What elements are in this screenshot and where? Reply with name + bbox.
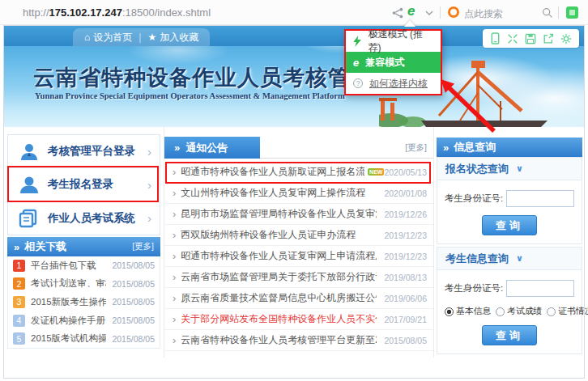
chevron-right-icon: › <box>147 211 151 225</box>
green-app-icon[interactable] <box>566 6 578 19</box>
notice-link[interactable]: 昭通市特种设备作业人员新取证网上报名流程 <box>181 165 364 179</box>
download-date: 2015/08/05 <box>112 334 155 344</box>
browser-mode-dropdown: 极速模式 (推荐) e 兼容模式 ? 如何选择内核 <box>344 29 442 95</box>
settings-icon[interactable] <box>560 33 572 44</box>
download-date: 2015/08/05 <box>112 260 155 270</box>
notice-row[interactable]: ›云南省特种设备作业人员考核管理平台更新至20...2015/08/05 <box>164 330 433 351</box>
set-home-link[interactable]: ⌂设为首页 <box>84 31 132 44</box>
ie-e-icon: e <box>353 57 359 69</box>
registration-status-toggle[interactable]: 报名状态查询 ∨ <box>437 158 582 180</box>
notice-date: 2020/01/08 <box>384 188 427 198</box>
notice-link[interactable]: 云南省特种设备作业人员考核管理平台更新至20... <box>181 333 377 347</box>
menu-item-kernel-help[interactable]: ? 如何选择内核 <box>346 73 441 94</box>
question-icon: ? <box>353 78 363 88</box>
download-item[interactable]: 52015版考试机构操...2015/08/05 <box>8 329 160 348</box>
info-type-radios: 基本信息 考试成绩 证书情况 <box>445 306 574 317</box>
notice-link[interactable]: 西双版纳州特种设备作业人员证申办流程 <box>181 228 356 242</box>
notice-link[interactable]: 关于部分网站发布全国特种设备作业人员不实信息... <box>181 312 377 326</box>
add-favorite-link[interactable]: ★加入收藏 <box>147 31 198 44</box>
webpage: ⌂设为首页 | ★加入收藏 云南省特种设备作业人员考核管理平台 Yunnan P… <box>3 25 585 379</box>
download-link[interactable]: 2015版考试机构操... <box>31 332 106 345</box>
downloads-list: 1平台插件包下载2015/08/05 2考试计划送审、审核 ...2015/08… <box>7 256 160 349</box>
radio-certificate[interactable]: 证书情况 <box>547 306 588 317</box>
downloads-more-link[interactable]: [更多] <box>132 241 154 252</box>
notice-link[interactable]: 昭通市特种设备作业人员证复审网上申请流程及相... <box>181 249 377 263</box>
notice-link[interactable]: 昆明市市场监督管理局特种设备作业人员复审流程... <box>181 207 377 221</box>
chevron-down-icon[interactable] <box>425 11 433 15</box>
download-item[interactable]: 2考试计划送审、审核 ...2015/08/05 <box>8 275 160 294</box>
sidebar-item-candidate-login[interactable]: 考生报名登录 › <box>8 168 160 201</box>
notice-link[interactable]: 原云南省质量技术监督局信息中心机房搬迁公告 <box>181 291 377 305</box>
chevron-right-icon: › <box>173 208 176 220</box>
login-item-label: 考生报名登录 <box>48 177 139 192</box>
sidebar-item-exam-system[interactable]: 作业人员考试系统 › <box>8 201 160 235</box>
radio-basic-info[interactable]: 基本信息 <box>445 306 491 317</box>
notice-row[interactable]: ›昆明市市场监督管理局特种设备作业人员复审流程...2019/12/26 <box>164 204 433 225</box>
download-date: 2015/08/05 <box>112 297 155 307</box>
id-number-input[interactable] <box>506 280 574 297</box>
header-widget-bar <box>483 29 579 48</box>
save-icon[interactable] <box>525 33 536 44</box>
query-button[interactable]: 查询 <box>482 215 537 235</box>
address-bar[interactable]: http://175.102.17.247:18500/index.shtml <box>23 6 211 19</box>
search-box[interactable]: 点此搜索 <box>464 7 503 21</box>
compat-mode-e-icon[interactable]: e <box>407 3 415 19</box>
download-date: 2015/08/05 <box>112 315 155 325</box>
notice-row[interactable]: ›原云南省质量技术监督局信息中心机房搬迁公告2019/06/06 <box>164 288 433 309</box>
query-button[interactable]: 查询 <box>482 325 537 345</box>
notice-row[interactable]: ›西双版纳州特种设备作业人员证申办流程2019/12/23 <box>164 225 433 246</box>
notice-link[interactable]: 文山州特种设备作业人员复审网上操作流程 <box>181 186 365 200</box>
menu-item-speed-mode[interactable]: 极速模式 (推荐) <box>346 31 441 52</box>
fullscreen-icon[interactable] <box>507 33 518 44</box>
notice-row[interactable]: ›文山州特种设备作业人员复审网上操作流程2020/01/08 <box>164 183 433 204</box>
id-number-input[interactable] <box>506 190 574 207</box>
download-link[interactable]: 2015新版考生操作... <box>31 296 106 308</box>
share-icon[interactable] <box>392 7 403 19</box>
chevron-down-icon: ∨ <box>516 163 523 174</box>
notice-row[interactable]: ›昭通市特种设备作业人员新取证网上报名流程NEW2020/05/13 <box>164 162 433 183</box>
chevron-right-icon: › <box>173 250 176 262</box>
mobile-icon[interactable] <box>490 32 501 44</box>
rank-badge: 2 <box>13 277 25 290</box>
toolbar-divider <box>440 6 441 19</box>
download-item[interactable]: 4发证机构操作手册2015/08/05 <box>8 311 160 330</box>
page-subtitle: Yunnan Province Special Equipment Operat… <box>35 91 345 100</box>
chevron-right-icon: › <box>173 292 176 304</box>
share-icon[interactable] <box>543 33 554 44</box>
rank-badge: 4 <box>13 315 25 327</box>
notice-date: 2019/12/23 <box>384 252 427 261</box>
notice-row[interactable]: ›关于部分网站发布全国特种设备作业人员不实信息...2017/09/21 <box>164 309 433 330</box>
chevron-right-icon: › <box>173 271 176 283</box>
star-icon: ★ <box>147 32 156 43</box>
notice-link[interactable]: 云南省市场监督管理局关于委托下放部分行政许可... <box>181 270 377 284</box>
notice-row[interactable]: ›昭通市特种设备作业人员证复审网上申请流程及相...2019/12/23 <box>164 246 433 267</box>
chevron-right-icon: › <box>173 187 176 199</box>
id-number-label: 考生身份证号: <box>445 193 503 205</box>
section-title: 报名状态查询 <box>445 162 509 176</box>
tab-notices[interactable]: » 通知公告 <box>164 137 260 159</box>
main-content: 考核管理平台登录 › 考生报名登录 › 作业人员考试系统 › » 相关下载 [更… <box>4 127 584 358</box>
notices-more-link[interactable]: [更多] <box>405 142 427 154</box>
radio-icon <box>496 307 505 316</box>
radio-exam-score[interactable]: 考试成绩 <box>496 306 542 317</box>
chevron-right-icon: › <box>147 145 151 159</box>
candidate-info-toggle[interactable]: 考生信息查询 ∨ <box>437 248 582 270</box>
downloads-header: » 相关下载 [更多] <box>7 237 160 256</box>
download-item[interactable]: 1平台插件包下载2015/08/05 <box>8 256 160 275</box>
query-header: » 信息查询 <box>437 138 582 157</box>
download-item[interactable]: 32015新版考生操作...2015/08/05 <box>8 293 160 311</box>
radio-icon <box>547 307 556 316</box>
download-link[interactable]: 考试计划送审、审核 ... <box>31 277 106 290</box>
browser-logo-icon[interactable] <box>448 6 459 18</box>
notice-date: 2019/12/23 <box>384 231 427 240</box>
notice-date: 2017/09/21 <box>384 315 427 324</box>
notice-row[interactable]: ›云南省市场监督管理局关于委托下放部分行政许可...2019/08/13 <box>164 267 433 288</box>
section-title: 考生信息查询 <box>445 252 509 266</box>
new-badge: NEW <box>368 168 384 176</box>
download-link[interactable]: 发证机构操作手册 <box>31 315 106 327</box>
download-link[interactable]: 平台插件包下载 <box>31 260 106 272</box>
downloads-panel: » 相关下载 [更多] 1平台插件包下载2015/08/05 2考试计划送审、审… <box>7 237 160 349</box>
magnifier-icon[interactable] <box>542 7 553 19</box>
sidebar-item-manager-login[interactable]: 考核管理平台登录 › <box>8 135 160 168</box>
rank-badge: 1 <box>13 260 25 272</box>
